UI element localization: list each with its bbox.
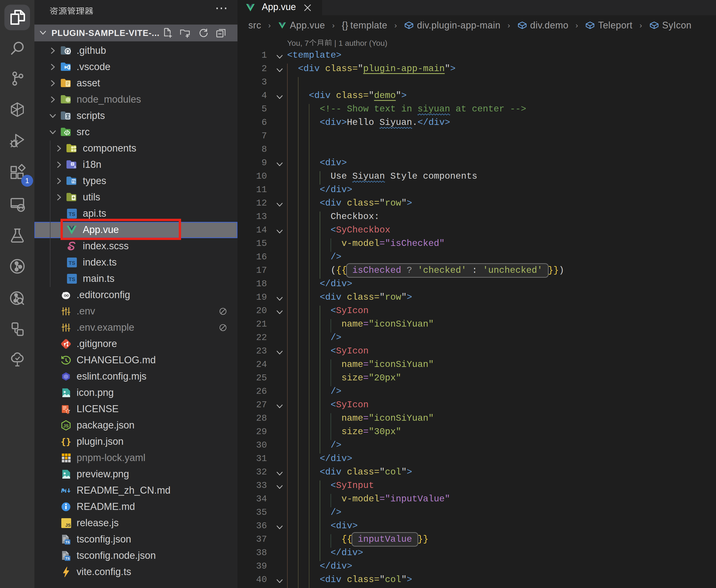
svg-text:JS: JS [65,523,71,528]
svg-text:TS: TS [71,180,76,183]
svg-text:A: A [74,165,76,169]
svg-text:TS: TS [65,556,70,560]
svg-text:{}: {} [61,437,71,447]
svg-text:TS: TS [65,540,70,544]
svg-text:TS: TS [68,260,75,266]
svg-text:TS: TS [68,276,75,282]
svg-text:JS: JS [63,423,69,428]
svg-text:TS: TS [68,211,75,217]
